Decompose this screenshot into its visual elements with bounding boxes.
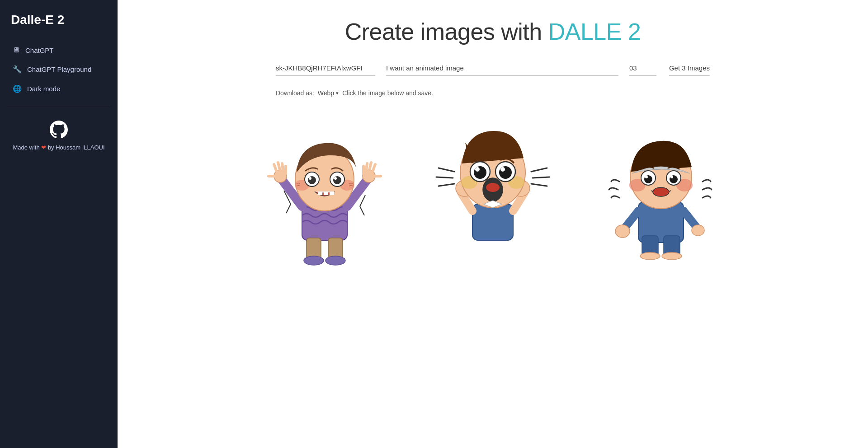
- svg-point-65: [692, 225, 704, 236]
- svg-point-63: [615, 225, 630, 238]
- svg-line-20: [366, 163, 367, 171]
- svg-line-18: [373, 164, 375, 172]
- sidebar-divider: [7, 106, 110, 106]
- svg-line-1: [286, 204, 291, 213]
- heart-icon: ❤: [41, 144, 46, 151]
- svg-point-74: [670, 176, 673, 178]
- svg-rect-34: [330, 191, 334, 195]
- svg-point-54: [500, 167, 505, 172]
- count-field: [629, 63, 656, 76]
- sidebar-item-label: ChatGPT Playground: [27, 65, 91, 73]
- svg-point-30: [309, 177, 311, 180]
- sidebar-item-label: ChatGPT: [25, 47, 54, 54]
- get-images-button[interactable]: Get 3 Images: [669, 64, 710, 76]
- svg-line-12: [278, 163, 280, 170]
- svg-rect-33: [324, 191, 328, 195]
- image-card-3[interactable]: [584, 109, 738, 267]
- svg-point-7: [304, 256, 324, 265]
- api-key-input[interactable]: [276, 63, 375, 73]
- svg-rect-41: [472, 204, 513, 240]
- svg-line-40: [531, 184, 547, 186]
- page-title: Create images with DALLE 2: [345, 18, 641, 45]
- monitor-icon: 🖥: [13, 46, 20, 54]
- svg-line-19: [369, 163, 371, 170]
- images-grid: [222, 109, 764, 267]
- sidebar-footer-text: Made with ❤ by Houssam ILLAOUI: [13, 143, 104, 152]
- svg-point-53: [475, 167, 480, 172]
- main-content: Create images with DALLE 2 Get 3 Images …: [118, 0, 868, 448]
- svg-line-11: [274, 164, 277, 172]
- download-label: Download as:: [276, 89, 314, 97]
- download-format-value: Webp: [318, 89, 334, 97]
- sidebar-item-darkmode[interactable]: 🌐 Dark mode: [5, 80, 112, 98]
- sidebar: Dalle-E 2 🖥 ChatGPT 🔧 ChatGPT Playground…: [0, 0, 118, 448]
- svg-line-37: [439, 184, 454, 186]
- sidebar-item-label: Dark mode: [27, 85, 60, 93]
- svg-line-39: [533, 177, 549, 178]
- svg-point-73: [645, 176, 648, 178]
- sidebar-item-playground[interactable]: 🔧 ChatGPT Playground: [5, 61, 112, 78]
- image-card-2[interactable]: [416, 109, 570, 267]
- svg-point-75: [653, 187, 669, 196]
- svg-line-35: [439, 168, 454, 172]
- chevron-down-icon: ▾: [336, 90, 339, 96]
- svg-point-28: [308, 176, 316, 184]
- sidebar-nav: 🖥 ChatGPT 🔧 ChatGPT Playground 🌐 Dark mo…: [0, 42, 118, 98]
- sidebar-footer: Made with ❤ by Houssam ILLAOUI: [0, 119, 118, 152]
- form-row: Get 3 Images: [276, 63, 710, 76]
- count-input[interactable]: [629, 63, 656, 73]
- svg-line-13: [282, 163, 283, 171]
- download-instruction: Click the image below and save.: [342, 89, 433, 97]
- svg-line-38: [531, 168, 547, 172]
- download-format-select[interactable]: Webp ▾: [318, 89, 339, 97]
- wrench-icon: 🔧: [13, 65, 22, 74]
- svg-line-2: [360, 195, 365, 206]
- svg-point-61: [662, 252, 682, 260]
- github-icon[interactable]: [48, 119, 70, 140]
- svg-line-36: [436, 177, 453, 178]
- svg-point-31: [334, 177, 337, 180]
- sidebar-title: Dalle-E 2: [0, 0, 118, 42]
- svg-line-62: [626, 211, 638, 227]
- svg-point-60: [640, 252, 660, 260]
- image-card-1[interactable]: [248, 109, 401, 267]
- sidebar-item-chatgpt[interactable]: 🖥 ChatGPT: [5, 42, 112, 59]
- globe-icon: 🌐: [13, 84, 22, 93]
- svg-point-8: [326, 256, 345, 265]
- prompt-input[interactable]: [386, 63, 618, 73]
- api-key-field: [276, 63, 375, 76]
- download-row: Download as: Webp ▾ Click the image belo…: [276, 89, 710, 97]
- svg-point-29: [333, 176, 341, 184]
- svg-line-3: [360, 206, 364, 215]
- svg-line-64: [684, 211, 696, 227]
- prompt-field: [386, 63, 618, 76]
- svg-point-56: [486, 183, 500, 192]
- svg-rect-32: [318, 191, 322, 195]
